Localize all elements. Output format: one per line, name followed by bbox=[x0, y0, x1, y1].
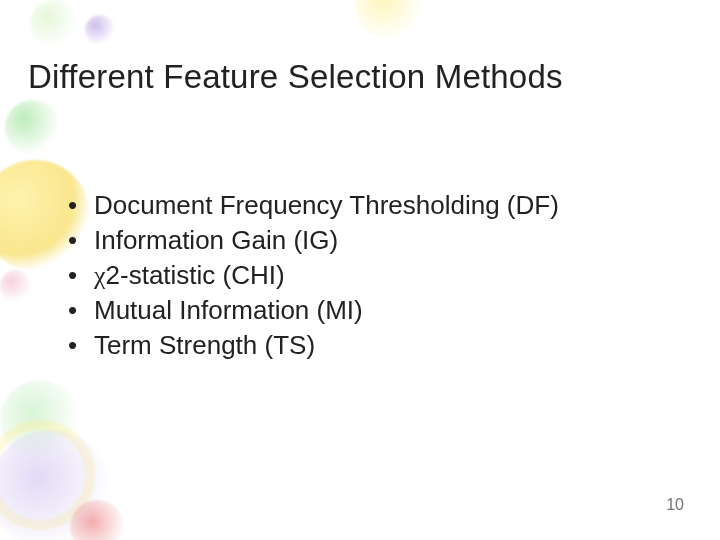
bullet-text: Term Strength (TS) bbox=[94, 330, 315, 361]
bullet-text: Mutual Information (MI) bbox=[94, 295, 363, 326]
bullet-item: •Term Strength (TS) bbox=[68, 330, 680, 361]
bullet-item: •Mutual Information (MI) bbox=[68, 295, 680, 326]
bullet-list: •Document Frequency Thresholding (DF)•In… bbox=[68, 190, 680, 365]
bullet-dot-icon: • bbox=[68, 192, 94, 218]
bullet-text: χ2-statistic (CHI) bbox=[94, 260, 285, 291]
chi-symbol: χ bbox=[94, 261, 106, 290]
bullet-dot-icon: • bbox=[68, 332, 94, 358]
bullet-dot-icon: • bbox=[68, 227, 94, 253]
bullet-text: Information Gain (IG) bbox=[94, 225, 338, 256]
bullet-item: •Document Frequency Thresholding (DF) bbox=[68, 190, 680, 221]
bullet-dot-icon: • bbox=[68, 297, 94, 323]
slide-title: Different Feature Selection Methods bbox=[28, 58, 700, 96]
slide: Different Feature Selection Methods •Doc… bbox=[0, 0, 720, 540]
page-number: 10 bbox=[666, 496, 684, 514]
bullet-text: Document Frequency Thresholding (DF) bbox=[94, 190, 559, 221]
bullet-item: •χ2-statistic (CHI) bbox=[68, 260, 680, 291]
bullet-dot-icon: • bbox=[68, 262, 94, 288]
bullet-item: •Information Gain (IG) bbox=[68, 225, 680, 256]
